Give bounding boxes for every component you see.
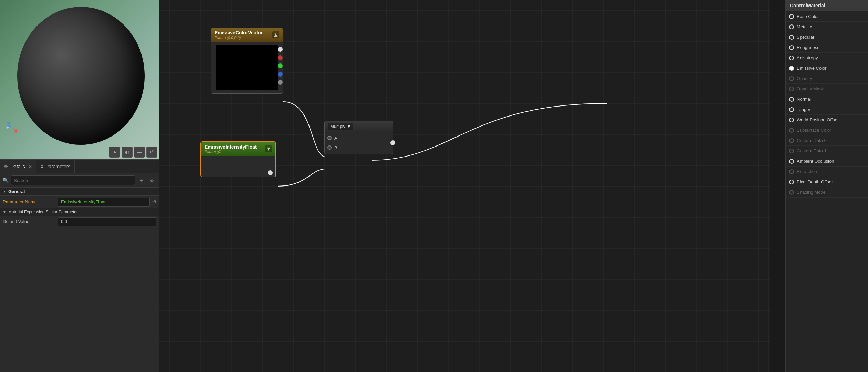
node-emissive-float-title: EmissiveIntensityFloat	[205, 144, 257, 150]
pin-red[interactable]	[278, 55, 283, 60]
parameter-name-reset[interactable]: ↺	[152, 199, 156, 205]
mat-pin-custom-data-1	[789, 149, 794, 153]
mat-label-specular: Specular	[797, 34, 814, 40]
section-general: ▼ General	[0, 188, 159, 196]
material-pin-emissive-color[interactable]: Emissive Color	[786, 63, 868, 73]
tab-details-label: Details	[10, 164, 25, 169]
pin-multiply-b-label: B	[334, 145, 337, 150]
mat-pin-normal	[789, 97, 794, 102]
material-pin-custom-data-0[interactable]: Custom Data 0	[786, 135, 868, 146]
material-pin-base-color[interactable]: Base Color	[786, 11, 868, 22]
table-view-icon[interactable]: ⊞	[137, 177, 146, 184]
node-multiply-header: Multiply ▼	[325, 121, 393, 132]
mat-label-pixel-depth-offset: Pixel Depth Offset	[797, 179, 833, 184]
x-axis-label: X	[14, 128, 18, 135]
material-pin-roughness[interactable]: Roughness	[786, 42, 868, 53]
mat-pin-metallic	[789, 24, 794, 29]
material-pin-ambient-occlusion[interactable]: Ambient Occlusion	[786, 156, 868, 167]
material-pin-shading-model[interactable]: Shading Model	[786, 187, 868, 198]
search-input[interactable]	[11, 175, 135, 185]
viewport-background: Z + X ● ◐ — ↺	[0, 0, 159, 159]
material-pin-specular[interactable]: Specular	[786, 32, 868, 42]
viewport-btn-sphere[interactable]: ●	[109, 147, 120, 158]
material-pin-custom-data-1[interactable]: Custom Data 1	[786, 146, 868, 156]
mat-label-anisotropy: Anisotropy	[797, 55, 818, 60]
node-emissive-float-subtitle: Param (0)	[205, 150, 257, 154]
mat-label-metallic: Metallic	[797, 24, 812, 29]
material-pin-world-position-offset[interactable]: World Position Offset	[786, 115, 868, 125]
right-panel: ControlMaterial Base Color Metallic Spec…	[785, 0, 868, 372]
material-pin-metallic[interactable]: Metallic	[786, 22, 868, 32]
default-value-label: Default Value	[3, 219, 58, 224]
preview-sphere	[17, 7, 145, 145]
section-material-label: Material Expression Scalar Parameter	[8, 210, 78, 214]
node-multiply-pin-b[interactable]: B	[325, 143, 393, 152]
node-emissive-color-collapse[interactable]: ▲	[272, 31, 279, 38]
search-icon: 🔍	[3, 178, 9, 183]
search-bar: 🔍 ⊞ ⚙	[0, 173, 159, 188]
pin-rgba[interactable]	[278, 47, 283, 52]
mat-pin-roughness	[789, 45, 794, 50]
details-icon: ✏	[4, 164, 8, 169]
mat-label-tangent: Tangent	[797, 107, 813, 112]
mat-label-ambient-occlusion: Ambient Occlusion	[797, 159, 834, 164]
node-emissive-color-subtitle: Param (0,0,0,0)	[215, 36, 263, 40]
section-arrow-general: ▼	[3, 190, 6, 193]
mat-pin-emissive-color	[789, 66, 794, 71]
material-pin-subsurface-color[interactable]: Subsurface Color	[786, 125, 868, 135]
mat-pin-ambient-occlusion	[789, 159, 794, 164]
mat-pin-opacity	[789, 76, 794, 81]
material-pin-opacity[interactable]: Opacity	[786, 73, 868, 84]
viewport[interactable]: Z + X ● ◐ — ↺	[0, 0, 159, 159]
graph-area[interactable]: EmissiveColorVector Param (0,0,0,0) ▲ Em…	[159, 0, 770, 372]
mat-label-emissive-color: Emissive Color	[797, 66, 827, 71]
node-multiply-dropdown-icon: ▼	[347, 124, 351, 129]
mat-label-custom-data-0: Custom Data 0	[797, 138, 827, 143]
material-pin-opacity-mask[interactable]: Opacity Mask	[786, 84, 868, 94]
section-material-expression: ▼ Material Expression Scalar Parameter	[0, 208, 159, 216]
node-float-body	[201, 156, 275, 177]
default-value-value[interactable]: 0.0	[58, 217, 156, 226]
property-default-value: Default Value 0.0	[0, 216, 159, 227]
mat-pin-world-position-offset	[789, 118, 794, 122]
node-multiply-pin-a[interactable]: A	[325, 133, 393, 143]
control-material-title: ControlMaterial	[790, 3, 825, 8]
mat-pin-anisotropy	[789, 56, 794, 60]
mat-label-roughness: Roughness	[797, 45, 819, 50]
node-multiply-dropdown[interactable]: Multiply ▼	[328, 123, 353, 130]
node-color-preview[interactable]	[216, 45, 278, 90]
mat-label-world-position-offset: World Position Offset	[797, 117, 839, 122]
parameter-name-value[interactable]: EmissiveIntensityFloat	[58, 198, 150, 207]
section-general-label: General	[8, 189, 25, 194]
viewport-toolbar: ● ◐ — ↺	[109, 147, 157, 158]
mat-pin-refraction	[789, 169, 794, 174]
pin-alpha[interactable]	[278, 80, 283, 85]
tab-details[interactable]: ✏ Details ✕	[0, 160, 36, 173]
property-parameter-name: Parameter Name EmissiveIntensityFloat ↺	[0, 196, 159, 208]
viewport-btn-plane[interactable]: —	[134, 147, 145, 158]
material-pin-refraction[interactable]: Refraction	[786, 167, 868, 177]
viewport-btn-cylinder[interactable]: ◐	[122, 147, 133, 158]
viewport-axes: Z + X	[3, 118, 24, 139]
node-emissive-color-vector[interactable]: EmissiveColorVector Param (0,0,0,0) ▲	[211, 28, 283, 94]
material-pin-normal[interactable]: Normal	[786, 94, 868, 104]
material-pin-anisotropy[interactable]: Anisotropy	[786, 53, 868, 63]
tab-details-close[interactable]: ✕	[29, 164, 32, 169]
parameters-icon: ≡	[41, 164, 43, 169]
viewport-btn-reset[interactable]: ↺	[146, 147, 157, 158]
node-emissive-float-collapse[interactable]: ▼	[265, 145, 272, 152]
settings-icon[interactable]: ⚙	[148, 177, 156, 184]
material-pin-pixel-depth-offset[interactable]: Pixel Depth Offset	[786, 177, 868, 187]
pin-float-out[interactable]	[268, 170, 273, 175]
plus-label: +	[6, 124, 9, 130]
pin-blue[interactable]	[278, 72, 283, 77]
tab-parameters[interactable]: ≡ Parameters	[36, 160, 75, 173]
pin-green[interactable]	[278, 63, 283, 68]
pin-multiply-out[interactable]	[390, 140, 395, 145]
material-pin-tangent[interactable]: Tangent	[786, 104, 868, 115]
node-multiply-title: Multiply	[330, 124, 345, 129]
mat-label-normal: Normal	[797, 97, 811, 102]
control-material-header: ControlMaterial	[786, 0, 868, 11]
node-multiply[interactable]: Multiply ▼ A B	[324, 121, 393, 154]
node-emissive-intensity-float[interactable]: EmissiveIntensityFloat Param (0) ▼	[200, 141, 276, 177]
